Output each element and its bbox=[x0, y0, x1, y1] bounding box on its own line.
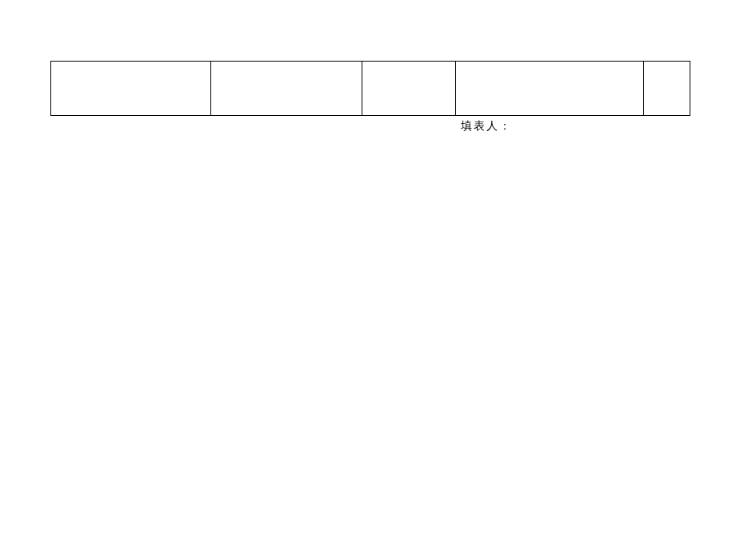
filler-label: 填表人： bbox=[461, 119, 512, 134]
table-row bbox=[51, 62, 690, 116]
table-cell-1 bbox=[51, 62, 211, 116]
table-cell-4 bbox=[456, 62, 644, 116]
table-cell-2 bbox=[210, 62, 362, 116]
form-table-container bbox=[50, 61, 690, 116]
table-cell-3 bbox=[362, 62, 456, 116]
form-table bbox=[50, 61, 690, 116]
table-cell-5 bbox=[644, 62, 690, 116]
